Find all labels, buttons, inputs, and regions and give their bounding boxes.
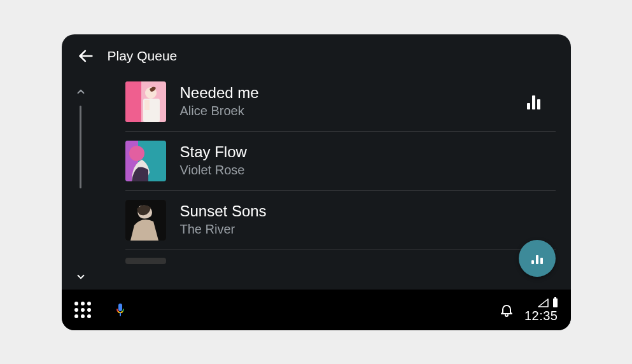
equalizer-bar-icon — [537, 99, 540, 109]
page-title: Play Queue — [108, 48, 178, 64]
equalizer-bar-icon — [527, 103, 530, 109]
back-button[interactable] — [77, 47, 95, 65]
play-queue-list: Needed me Alice Broek — [100, 73, 571, 290]
signal-icon — [538, 298, 549, 307]
scroll-rail — [62, 73, 100, 290]
battery-icon — [552, 297, 558, 307]
svg-rect-12 — [553, 298, 558, 307]
queue-item[interactable] — [125, 250, 556, 264]
album-art — [125, 258, 166, 264]
notifications-button[interactable] — [499, 302, 514, 318]
scrollbar-track[interactable] — [80, 106, 82, 263]
track-title: Sunset Sons — [180, 202, 556, 221]
equalizer-bar-icon — [532, 95, 535, 109]
arrow-left-icon — [77, 47, 95, 65]
equalizer-icon — [531, 253, 543, 264]
queue-item[interactable]: Needed me Alice Broek — [125, 73, 556, 132]
scroll-down-button[interactable] — [73, 269, 88, 284]
scrollbar-thumb[interactable] — [80, 106, 81, 188]
header: Play Queue — [62, 34, 571, 73]
status-area: 12:35 — [524, 297, 558, 322]
system-bar: 12:35 — [62, 290, 571, 330]
track-artist: Alice Broek — [180, 102, 525, 120]
now-playing-fab[interactable] — [519, 240, 556, 277]
chevron-up-icon — [75, 86, 87, 97]
album-art — [125, 200, 166, 241]
chevron-down-icon — [75, 271, 87, 283]
microphone-icon — [113, 302, 128, 318]
clock: 12:35 — [524, 309, 558, 322]
svg-point-8 — [129, 146, 144, 161]
now-playing-indicator — [525, 94, 543, 109]
track-artist: Violet Rose — [180, 162, 556, 179]
scroll-up-button[interactable] — [73, 84, 88, 99]
car-display: Play Queue — [62, 34, 571, 330]
content-area: Needed me Alice Broek — [62, 73, 571, 290]
track-meta: Sunset Sons The River — [180, 202, 556, 238]
album-art — [125, 81, 166, 122]
bell-icon — [499, 302, 514, 318]
track-artist: The River — [180, 221, 556, 238]
svg-rect-2 — [125, 81, 141, 122]
album-art — [125, 141, 166, 181]
app-launcher-button[interactable] — [74, 302, 91, 318]
queue-item[interactable]: Stay Flow Violet Rose — [125, 132, 556, 191]
voice-assistant-button[interactable] — [113, 302, 128, 318]
svg-rect-11 — [554, 297, 556, 298]
queue-item[interactable]: Sunset Sons The River — [125, 191, 556, 250]
track-meta: Stay Flow Violet Rose — [180, 143, 556, 179]
track-title: Needed me — [180, 83, 525, 102]
track-title: Stay Flow — [180, 143, 556, 162]
track-meta: Needed me Alice Broek — [180, 83, 525, 120]
svg-rect-5 — [144, 100, 150, 110]
